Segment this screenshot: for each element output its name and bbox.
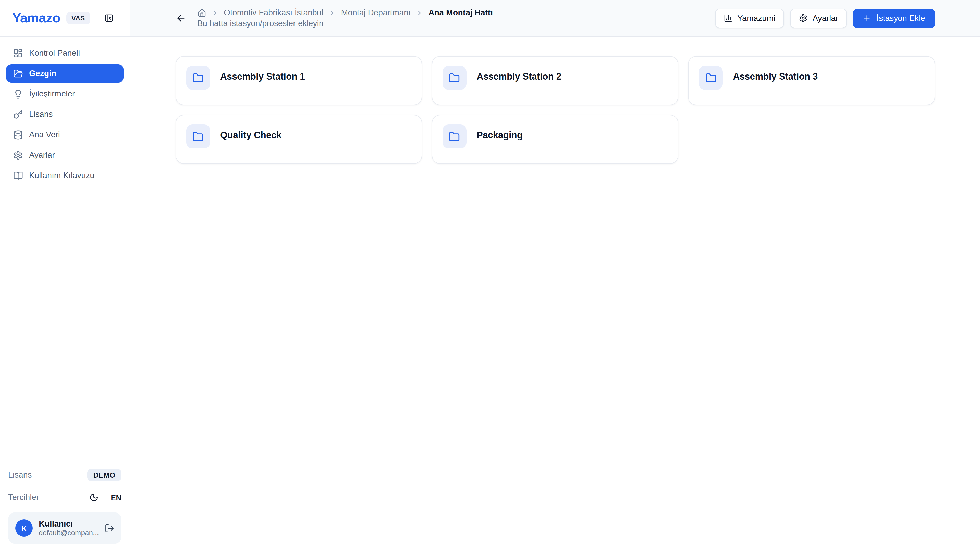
station-card-title: Quality Check [220, 130, 282, 141]
sidebar-item-ana-veri[interactable]: Ana Veri [6, 125, 124, 144]
license-row: Lisans DEMO [8, 467, 121, 483]
station-card-assembly-3[interactable]: Assembly Station 3 [688, 56, 935, 105]
folder-tile [186, 66, 210, 90]
sidebar-item-label: Lisans [29, 110, 53, 119]
header-actions: Yamazumi Ayarlar İstasyon Ekle [715, 8, 935, 28]
theme-toggle-button[interactable] [89, 493, 99, 502]
bar-chart-icon [724, 14, 732, 22]
folder-tile [699, 66, 723, 90]
folder-open-icon [13, 68, 23, 78]
sidebar-header: Yamazo VAS [0, 0, 130, 37]
breadcrumb-link-department[interactable]: Montaj Departmanı [341, 8, 410, 17]
folder-tile [186, 124, 210, 148]
add-station-button[interactable]: İstasyon Ekle [853, 8, 935, 28]
breadcrumb-home-link[interactable] [197, 8, 206, 17]
sidebar-item-label: İyileştirmeler [29, 89, 75, 98]
gear-icon [13, 150, 23, 160]
sidebar: Yamazo VAS Kontrol Paneli Gezgin [0, 0, 130, 551]
sidebar-item-label: Gezgin [29, 69, 56, 78]
gear-icon [799, 14, 808, 22]
page-subtitle: Bu hatta istasyon/prosesler ekleyin [197, 19, 493, 28]
breadcrumb-current: Ana Montaj Hattı [428, 8, 493, 17]
user-name: Kullanıcı [39, 519, 100, 529]
sidebar-item-label: Ayarlar [29, 151, 55, 160]
sidebar-item-label: Kullanım Kılavuzu [29, 171, 94, 180]
user-meta: Kullanıcı default@compan... [39, 519, 100, 537]
avatar: K [15, 519, 33, 537]
sidebar-item-iyilestirmeler[interactable]: İyileştirmeler [6, 85, 124, 103]
plus-icon [863, 14, 872, 22]
sidebar-collapse-button[interactable] [105, 14, 113, 22]
preferences-label: Tercihler [8, 493, 39, 502]
database-icon [13, 130, 23, 140]
moon-icon [89, 493, 99, 502]
sidebar-item-label: Kontrol Paneli [29, 48, 80, 58]
language-toggle-button[interactable]: EN [111, 493, 121, 502]
folder-icon [449, 72, 460, 83]
station-grid: Assembly Station 1 Assembly Station 2 [175, 56, 935, 164]
station-card-title: Assembly Station 3 [733, 71, 818, 82]
station-card-assembly-2[interactable]: Assembly Station 2 [432, 56, 679, 105]
chevron-right-icon [211, 9, 219, 17]
preferences-row: Tercihler EN [8, 490, 121, 505]
logout-button[interactable] [105, 523, 115, 533]
sidebar-footer: Lisans DEMO Tercihler EN K Kullanıcı [0, 459, 130, 551]
license-badge: DEMO [87, 469, 121, 481]
folder-tile [442, 66, 466, 90]
folder-icon [705, 72, 716, 83]
station-card-title: Assembly Station 2 [477, 71, 562, 82]
folder-icon [449, 131, 460, 142]
sidebar-nav: Kontrol Paneli Gezgin İyileştirmeler Lis… [0, 37, 130, 459]
arrow-left-icon [175, 13, 186, 24]
log-out-icon [105, 523, 115, 533]
folder-icon [192, 72, 204, 83]
settings-button[interactable]: Ayarlar [790, 8, 847, 28]
app-root: Yamazo VAS Kontrol Paneli Gezgin [0, 0, 980, 551]
sidebar-item-gezgin[interactable]: Gezgin [6, 64, 124, 83]
station-card-assembly-1[interactable]: Assembly Station 1 [175, 56, 422, 105]
folder-tile [442, 124, 466, 148]
breadcrumb-link-factory[interactable]: Otomotiv Fabrikası İstanbul [224, 8, 323, 17]
home-icon [197, 8, 206, 17]
back-button[interactable] [175, 13, 186, 24]
settings-button-label: Ayarlar [813, 14, 838, 23]
breadcrumb: Otomotiv Fabrikası İstanbul Montaj Depar… [197, 8, 493, 17]
station-card-quality-check[interactable]: Quality Check [175, 115, 422, 164]
key-icon [13, 110, 23, 119]
sidebar-item-kullanim-kilavuzu[interactable]: Kullanım Kılavuzu [6, 166, 124, 185]
sidebar-item-lisans[interactable]: Lisans [6, 105, 124, 124]
sidebar-item-label: Ana Veri [29, 130, 60, 139]
chevron-right-icon [416, 9, 423, 17]
station-card-title: Packaging [477, 130, 523, 141]
yamazumi-button-label: Yamazumi [737, 14, 775, 23]
station-card-title: Assembly Station 1 [220, 71, 305, 82]
yamazumi-button[interactable]: Yamazumi [715, 8, 784, 28]
app-logo: Yamazo [12, 10, 60, 26]
topbar: Otomotiv Fabrikası İstanbul Montaj Depar… [130, 0, 980, 37]
book-open-icon [13, 171, 23, 180]
lightbulb-icon [13, 89, 23, 99]
panel-left-close-icon [105, 14, 113, 22]
main-column: Otomotiv Fabrikası İstanbul Montaj Depar… [130, 0, 980, 551]
chevron-right-icon [328, 9, 336, 17]
layout-dashboard-icon [13, 48, 23, 58]
license-label: Lisans [8, 470, 32, 480]
content: Assembly Station 1 Assembly Station 2 [130, 37, 980, 551]
user-card: K Kullanıcı default@compan... [8, 512, 121, 544]
page-heading: Otomotiv Fabrikası İstanbul Montaj Depar… [197, 8, 493, 28]
add-station-button-label: İstasyon Ekle [877, 14, 925, 23]
app-logo-badge: VAS [66, 12, 90, 24]
folder-icon [192, 131, 204, 142]
sidebar-item-ayarlar[interactable]: Ayarlar [6, 146, 124, 164]
sidebar-item-kontrol-paneli[interactable]: Kontrol Paneli [6, 44, 124, 62]
station-card-packaging[interactable]: Packaging [432, 115, 679, 164]
user-email: default@compan... [39, 529, 100, 537]
